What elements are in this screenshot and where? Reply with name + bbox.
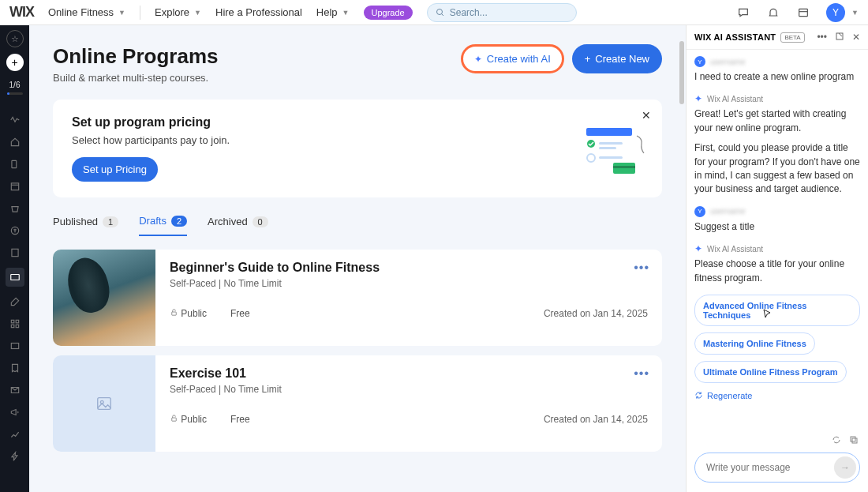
chevron-down-icon: ▼ — [118, 9, 125, 17]
user-menu[interactable]: Y ▼ — [826, 3, 859, 22]
user-avatar: Y — [694, 56, 705, 67]
regenerate-button[interactable]: Regenerate — [694, 391, 860, 400]
sidebar-lightning-icon[interactable] — [8, 449, 22, 464]
topbar-icons: Y ▼ — [736, 3, 859, 22]
message-text: First, could you please provide a title … — [694, 141, 860, 197]
sparkle-icon: ✦ — [694, 243, 702, 254]
svg-line-1 — [441, 13, 443, 16]
program-meta: Self-Paced | No Time Limit — [170, 384, 648, 395]
bell-icon[interactable] — [766, 6, 780, 20]
sidebar-programs-icon[interactable] — [6, 268, 24, 287]
tab-drafts[interactable]: Drafts2 — [139, 215, 187, 236]
svg-rect-10 — [11, 320, 14, 323]
message-text: I need to create a new online program — [694, 70, 860, 84]
svg-rect-29 — [851, 437, 855, 441]
chevron-down-icon: ▼ — [851, 9, 859, 17]
svg-rect-14 — [11, 344, 18, 349]
sidebar-megaphone-icon[interactable] — [8, 405, 22, 419]
ai-title: WIX AI ASSISTANT — [694, 32, 776, 42]
send-button[interactable]: → — [834, 456, 856, 479]
sidebar-code-icon[interactable] — [8, 339, 22, 353]
chat-icon[interactable] — [736, 6, 750, 20]
price: Free — [230, 308, 250, 319]
sparkle-icon: ✦ — [474, 54, 482, 65]
setup-pricing-button[interactable]: Set up Pricing — [72, 157, 158, 182]
upgrade-button[interactable]: Upgrade — [364, 6, 413, 20]
suggestion-button[interactable]: Advanced Online Fitness Techniques — [694, 295, 860, 326]
message-field[interactable] — [706, 462, 834, 473]
sidebar-store-icon[interactable] — [8, 201, 22, 216]
main-content: Online Programs Build & market multi-ste… — [29, 25, 686, 492]
more-icon[interactable]: ••• — [634, 366, 649, 381]
ai-message: ✦Wix AI Assistant Please choose a title … — [694, 243, 860, 285]
program-image-placeholder — [53, 355, 155, 452]
sidebar-calendar-icon[interactable] — [8, 179, 22, 193]
visibility: Public — [170, 308, 207, 319]
nav-explore[interactable]: Explore▼ — [155, 6, 201, 18]
tab-archived[interactable]: Archived0 — [208, 215, 268, 236]
nav-help[interactable]: Help▼ — [316, 6, 350, 18]
pricing-illustration — [580, 125, 643, 172]
program-row[interactable]: Exercise 101 Self-Paced | No Time Limit … — [53, 355, 662, 452]
beta-badge: BETA — [780, 32, 804, 43]
svg-rect-12 — [11, 325, 14, 328]
close-icon[interactable]: ✕ — [642, 109, 651, 122]
svg-rect-22 — [613, 166, 635, 168]
sidebar-contacts-icon[interactable] — [8, 246, 22, 260]
svg-rect-5 — [11, 183, 18, 190]
svg-rect-2 — [799, 9, 808, 16]
suggestion-button[interactable]: Mastering Online Fitness — [694, 332, 815, 355]
refresh-icon[interactable] — [832, 435, 841, 445]
ai-message-input[interactable]: → — [694, 453, 860, 483]
site-name-dropdown[interactable]: Online Fitness▼ — [48, 6, 125, 18]
grid-icon[interactable] — [796, 6, 810, 20]
price: Free — [230, 414, 250, 425]
svg-rect-28 — [852, 438, 857, 443]
suggestion-button[interactable]: Ultimate Online Fitness Program — [694, 361, 847, 383]
sidebar-activity-icon[interactable] — [8, 113, 22, 127]
copy-icon[interactable] — [849, 435, 859, 445]
message-text: Please choose a title for your online fi… — [694, 257, 860, 285]
program-row[interactable]: Beginner's Guide to Online Fitness Self-… — [53, 250, 662, 346]
more-icon[interactable]: ••• — [634, 261, 649, 275]
message-text: Suggest a title — [694, 220, 860, 234]
sidebar-dev-icon[interactable] — [8, 157, 22, 171]
expand-icon[interactable] — [835, 32, 844, 43]
sidebar-apps-icon[interactable] — [8, 317, 22, 331]
create-new-button[interactable]: + Create New — [572, 44, 662, 73]
svg-rect-17 — [599, 142, 623, 145]
setup-counter: 1/6 — [9, 81, 21, 89]
more-icon[interactable]: ••• — [817, 32, 827, 43]
wix-logo[interactable]: WIX — [9, 4, 34, 21]
page-title: Online Programs — [53, 44, 219, 69]
scrollbar[interactable] — [679, 41, 684, 104]
create-with-ai-button[interactable]: ✦ Create with AI — [461, 44, 564, 73]
setup-pricing-card: Set up program pricing Select how partic… — [53, 100, 662, 197]
sidebar-analytics-icon[interactable] — [8, 427, 22, 441]
page-subtitle: Build & market multi-step courses. — [53, 72, 219, 84]
setup-card-subtitle: Select how participants pay to join. — [72, 134, 230, 146]
svg-rect-15 — [586, 128, 632, 136]
left-sidebar: ☆ + 1/6 — [0, 25, 29, 492]
nav-hire[interactable]: Hire a Professional — [215, 6, 302, 18]
visibility: Public — [170, 414, 207, 425]
svg-rect-24 — [98, 398, 111, 410]
avatar: Y — [826, 3, 845, 22]
add-button[interactable]: + — [6, 54, 24, 71]
setup-card-title: Set up program pricing — [72, 115, 230, 130]
svg-rect-20 — [599, 156, 623, 159]
program-meta: Self-Paced | No Time Limit — [170, 278, 648, 289]
sidebar-home-icon[interactable] — [8, 135, 22, 149]
ai-assistant-panel: WIX AI ASSISTANT BETA ••• ✕ Yusername I … — [686, 25, 868, 492]
search-placeholder: Search... — [450, 7, 488, 18]
sidebar-money-icon[interactable] — [8, 223, 22, 238]
sidebar-brush-icon[interactable] — [8, 295, 22, 309]
tab-published[interactable]: Published1 — [53, 215, 118, 236]
star-icon[interactable]: ☆ — [6, 30, 24, 47]
svg-point-19 — [587, 154, 595, 162]
sidebar-inbox-icon[interactable] — [8, 383, 22, 397]
search-input[interactable]: Search... — [427, 3, 577, 22]
close-icon[interactable]: ✕ — [852, 32, 860, 43]
sidebar-invoices-icon[interactable] — [8, 361, 22, 375]
search-icon — [436, 8, 445, 17]
